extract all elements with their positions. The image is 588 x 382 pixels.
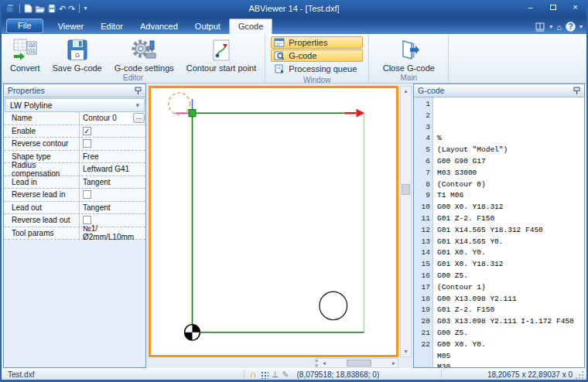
home-icon[interactable]: ⌂ — [556, 22, 562, 32]
scroll-left-icon[interactable]: ◂ — [320, 359, 328, 368]
tab-gcode[interactable]: Gcode — [229, 19, 272, 34]
gcode-line[interactable]: M03 S3000 — [437, 168, 584, 179]
help-icon[interactable]: ? — [566, 22, 576, 32]
grid-icon[interactable] — [260, 370, 268, 379]
scroll-up-icon[interactable]: ▴ — [402, 87, 409, 96]
gcode-line[interactable]: G01 Z-2. F150 — [437, 213, 584, 225]
horizontal-scroll-thumb[interactable] — [347, 360, 371, 367]
scroll-right-icon[interactable]: ▸ — [390, 359, 398, 368]
lead-in-value[interactable]: Tangent — [79, 176, 145, 189]
tab-advanced[interactable]: Advanced — [132, 19, 186, 34]
gcode-line[interactable]: M30 — [437, 362, 584, 367]
qat-customize-icon[interactable]: ▾ — [84, 4, 87, 13]
pin-icon[interactable] — [573, 87, 580, 95]
gcode-line[interactable]: G01 X14.565 Y18.312 F450 — [437, 225, 584, 237]
canvas-vertical-scrollbar[interactable]: ▴ ▾ — [400, 86, 412, 357]
lead-in-circle[interactable] — [169, 93, 190, 114]
app-logo-icon[interactable] — [5, 4, 15, 13]
pin-icon[interactable] — [135, 87, 142, 95]
gcode-lines[interactable]: %(Layout "Model")G00 G90 G17M03 S3000(Co… — [433, 97, 584, 367]
gcode-line[interactable]: (Contour 0) — [437, 179, 584, 191]
new-file-icon[interactable] — [24, 4, 32, 13]
gcode-line[interactable]: T1 M06 — [437, 190, 584, 202]
reverse-lead-out-checkbox[interactable] — [83, 216, 91, 224]
start-point-marker[interactable] — [189, 110, 196, 117]
maximize-button[interactable] — [542, 0, 564, 14]
gcode-line[interactable]: % — [437, 133, 584, 145]
open-file-icon[interactable] — [35, 4, 45, 13]
drawing-svg — [151, 88, 396, 355]
draw-mode-icon[interactable]: ✎ — [282, 370, 289, 379]
gcode-line[interactable]: (Contour 1) — [437, 282, 584, 294]
close-gcode-button[interactable]: Close G-code — [377, 36, 441, 73]
gcode-line[interactable]: G01 X0. Y0. — [437, 247, 584, 259]
convert-label: Convert — [10, 63, 40, 73]
gcode-editor[interactable]: 12345678910111213141516171819202122 %(La… — [414, 97, 584, 367]
processing-queue-label: Processing queue — [289, 64, 357, 73]
plotter-dropdown-icon[interactable]: ▾ — [549, 23, 552, 30]
gcode-toggle-button[interactable]: G-code — [271, 49, 363, 62]
scrollbar-grip[interactable] — [316, 360, 318, 367]
gcode-line-number: 3 — [414, 122, 430, 134]
scroll-down-icon[interactable]: ▾ — [402, 347, 409, 356]
tab-output[interactable]: Output — [186, 19, 229, 34]
snap-magnet-icon[interactable]: ∩ — [250, 370, 257, 378]
contour-start-point-icon — [210, 38, 233, 63]
radius-compensation-value[interactable]: Leftward G41 — [79, 163, 145, 176]
gcode-line[interactable]: G01 X14.565 Y0. — [437, 237, 584, 248]
convert-button[interactable]: G0 G1 Convert — [4, 36, 46, 73]
group-label-editor: Editor — [2, 73, 265, 84]
save-icon[interactable] — [47, 4, 56, 13]
reverse-contour-checkbox[interactable] — [83, 139, 91, 148]
gcode-line-number: 16 — [414, 271, 430, 282]
canvas-horizontal-scrollbar[interactable]: ◂ ▸ — [315, 358, 398, 368]
plotter-icon[interactable] — [535, 22, 545, 32]
ribbon-group-window: Properties G-code Processing queue Windo… — [265, 34, 369, 83]
gcode-line[interactable]: G03 X13.098 Y2.111 I-1.172 F450 — [437, 316, 584, 328]
close-button[interactable]: × — [564, 0, 586, 14]
drill-contour-circle[interactable] — [320, 292, 347, 319]
gcode-line[interactable]: G00 G90 G17 — [437, 156, 584, 168]
vertical-scroll-thumb[interactable] — [402, 184, 410, 195]
property-label: Name — [4, 112, 79, 124]
gcode-line[interactable]: (Layout "Model") — [437, 145, 584, 156]
gcode-line[interactable]: G00 X0. Y18.312 — [437, 202, 584, 213]
name-value-field[interactable]: Contour 0 ... — [79, 112, 145, 124]
gcode-line-number: 14 — [414, 247, 430, 259]
gcode-settings-button[interactable]: G-code settings — [108, 36, 180, 73]
gcode-line[interactable]: M05 — [437, 351, 584, 363]
gcode-line[interactable]: G00 Z5. — [437, 328, 584, 339]
enable-checkbox[interactable]: ✓ — [83, 127, 91, 135]
gcode-line-number: 4 — [414, 133, 430, 145]
drawing-canvas-area[interactable]: ▴ ▾ ◂ ▸ — [146, 84, 413, 368]
maximize-icon — [550, 5, 556, 10]
tab-file[interactable]: File — [6, 19, 43, 33]
properties-toggle-label: Properties — [289, 38, 327, 47]
gcode-line[interactable]: G00 X13.098 Y2.111 — [437, 294, 584, 305]
tab-editor[interactable]: Editor — [92, 19, 132, 34]
gcode-line[interactable]: G00 X0. Y0. — [437, 339, 584, 351]
ortho-icon[interactable]: ⊥ — [272, 370, 279, 379]
help-dropdown-icon[interactable]: ▾ — [579, 23, 583, 30]
minimize-button[interactable]: – — [519, 0, 542, 14]
tab-viewer[interactable]: Viewer — [50, 19, 92, 34]
processing-queue-button[interactable]: Processing queue — [271, 63, 363, 75]
undo-icon[interactable]: ↶ — [59, 4, 66, 13]
gcode-line[interactable]: G01 X0. Y18.312 — [437, 259, 584, 271]
properties-toggle-button[interactable]: Properties — [271, 36, 363, 49]
contour-start-point-button[interactable]: Contour start point — [180, 36, 263, 73]
reverse-lead-in-checkbox[interactable] — [83, 190, 91, 199]
drawing-frame[interactable] — [149, 86, 398, 357]
close-gcode-label: Close G-code — [383, 63, 435, 73]
shape-type-value[interactable]: Free — [79, 151, 145, 163]
gcode-line[interactable]: G00 Z5. — [437, 271, 584, 282]
name-more-button[interactable]: ... — [133, 113, 145, 123]
entity-type-selector[interactable]: LW Polyline ▾ — [5, 98, 145, 112]
tool-params-value[interactable]: №1/Ø2mm/L10mm — [79, 227, 145, 240]
resize-grip-icon[interactable] — [576, 370, 585, 379]
save-gcode-button[interactable]: G Save G-code — [46, 36, 108, 73]
origin-marker[interactable] — [185, 325, 200, 340]
gcode-line[interactable]: G01 Z-2. F150 — [437, 305, 584, 316]
redo-icon[interactable]: ↷ — [68, 4, 75, 13]
lead-out-value[interactable]: Tangent — [79, 202, 145, 214]
